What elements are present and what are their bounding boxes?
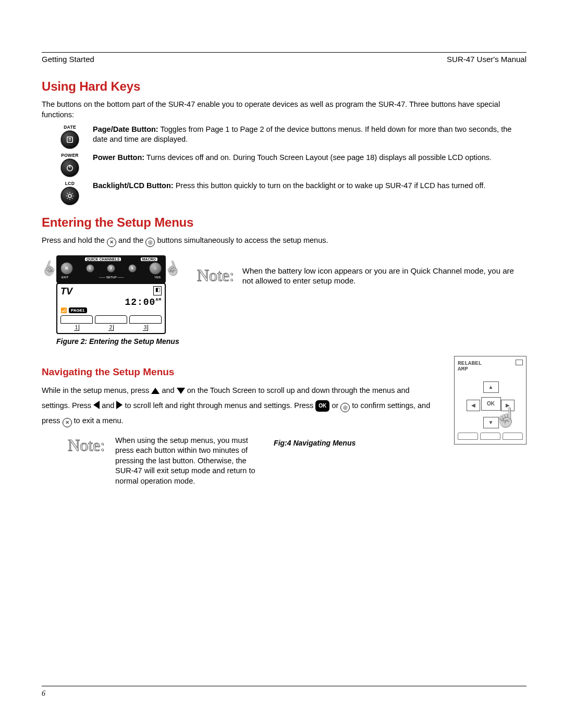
lcd-num: 2 [95, 325, 127, 331]
fig4-line1: RELABEL [458, 361, 523, 366]
svg-line-8 [67, 193, 68, 194]
power-button-icon [61, 159, 79, 177]
hand-right-icon: ☝️ [162, 258, 183, 279]
heading-setup: Entering the Setup Menus [42, 215, 527, 230]
lcd-time: 12:00AM [60, 297, 162, 307]
svg-line-9 [72, 198, 73, 199]
figure-2: ☝️ ☝️ · QUICK CHANNELS MACRO ✕ 1 2 3 ○ [56, 255, 166, 334]
lcd-button-icon [61, 187, 79, 205]
sub-exit: EXIT [62, 276, 68, 279]
macro-label: MACRO [141, 257, 157, 261]
hardkey-label: DATE [56, 125, 83, 130]
nav-tab [458, 433, 478, 440]
hardkey-desc-bold: Page/Date Button: [93, 125, 158, 133]
ch-3: 3 [128, 264, 137, 273]
figure-4-caption: Fig:4 Navigating Menus [274, 439, 356, 447]
exit-x-icon: ✕ [63, 418, 72, 427]
dpad-left: ◀ [467, 400, 480, 411]
ok-badge: OK [315, 400, 329, 412]
yes-button: ○ [149, 262, 162, 275]
svg-line-11 [67, 198, 68, 199]
fig4-line2: AMP [458, 366, 523, 372]
quick-channels-label: QUICK CHANNELS [85, 257, 121, 261]
battery-icon [516, 360, 523, 365]
lcd-tab [60, 315, 93, 324]
setup-note-col: Note: When the battery low icon appears … [197, 250, 527, 346]
svg-point-3 [68, 194, 71, 198]
page-number: 6 [42, 689, 45, 698]
nav-paragraph: While in the setup menus, press and on t… [42, 383, 436, 428]
figure-4: RELABEL AMP ▲ ▼ ◀ ▶ OK ☝️ [454, 356, 527, 487]
setup-two-col: ☝️ ☝️ · QUICK CHANNELS MACRO ✕ 1 2 3 ○ [42, 250, 527, 346]
hardkey-desc-bold: Backlight/LCD Button: [93, 181, 174, 190]
figure-2-caption: Figure 2: Entering the Setup Menus [56, 337, 179, 346]
lcd-num: 1 [60, 325, 93, 331]
lcd-num: 3 [129, 325, 162, 331]
ch-2: 2 [107, 264, 115, 273]
arrow-up-icon [151, 388, 160, 394]
note-label: Note: [197, 266, 234, 285]
yes-o-icon: ◎ [340, 403, 350, 412]
nav-note: Note: When using the setup menus, you mu… [68, 436, 436, 487]
nav-tab [480, 433, 500, 440]
note-label: Note: [68, 436, 105, 487]
heading-hard-keys: Using Hard Keys [42, 79, 527, 94]
page-header: Getting Started SUR-47 User's Manual [42, 55, 527, 64]
header-left: Getting Started [42, 55, 94, 64]
hardkey-row-lcd: LCD Backlight/LCD Button: Press this but… [56, 181, 527, 205]
sub-setup: SETUP [106, 276, 117, 279]
lcd-tab [95, 315, 127, 324]
svg-line-10 [72, 193, 73, 194]
header-right: SUR-47 User's Manual [447, 55, 527, 64]
hardkeys-intro: The buttons on the bottom part of the SU… [42, 99, 527, 120]
sub-yes: YES [154, 276, 161, 279]
hand-left-icon: ☝️ [40, 258, 61, 279]
hardkey-row-date: DATE Page/Date Button: Toggles from Page… [56, 125, 527, 149]
dpad-up: ▲ [483, 381, 499, 393]
figure-2-col: ☝️ ☝️ · QUICK CHANNELS MACRO ✕ 1 2 3 ○ [42, 250, 179, 346]
hardkey-label: LCD [56, 181, 83, 186]
heading-navigating: Navigating the Setup Menus [42, 366, 436, 378]
hardkey-label: POWER [56, 153, 83, 158]
lcd-screen: TV 12:00AM 📶 PAGE1 [56, 283, 166, 334]
manual-page: Getting Started SUR-47 User's Manual Usi… [0, 0, 563, 728]
hardkey-desc: Backlight/LCD Button: Press this button … [93, 181, 527, 191]
yes-o-icon: ◎ [145, 238, 155, 247]
lcd-tab [129, 315, 162, 324]
page-date-button-icon [61, 131, 79, 149]
signal-icon: 📶 [60, 307, 67, 313]
exit-button: ✕ [60, 262, 73, 275]
arrow-left-icon [93, 401, 100, 409]
setup-note-text: When the battery low icon appears or you… [242, 266, 527, 286]
hand-pointer-icon: ☝️ [494, 406, 518, 428]
nav-tab [503, 433, 523, 440]
lcd-page-tag: PAGE1 [69, 307, 87, 313]
hardkey-desc-bold: Power Button: [93, 153, 144, 162]
nav-note-text: When using the setup menus, you must pre… [115, 436, 261, 487]
lcd-device: TV [60, 286, 72, 297]
ch-1: 1 [86, 264, 94, 273]
hardkey-desc: Page/Date Button: Toggles from Page 1 to… [93, 125, 527, 145]
top-rule [42, 52, 527, 53]
battery-icon [153, 286, 162, 295]
exit-x-icon: ✕ [107, 238, 116, 247]
hardkey-row-power: POWER Power Button: Turns devices off an… [56, 153, 527, 177]
hardkey-desc: Power Button: Turns devices off and on. … [93, 153, 527, 163]
arrow-right-icon [116, 401, 123, 409]
arrow-down-icon [177, 388, 185, 394]
footer-rule [42, 686, 527, 686]
setup-intro: Press and hold the ✕ and the ◎ buttons s… [42, 235, 527, 247]
